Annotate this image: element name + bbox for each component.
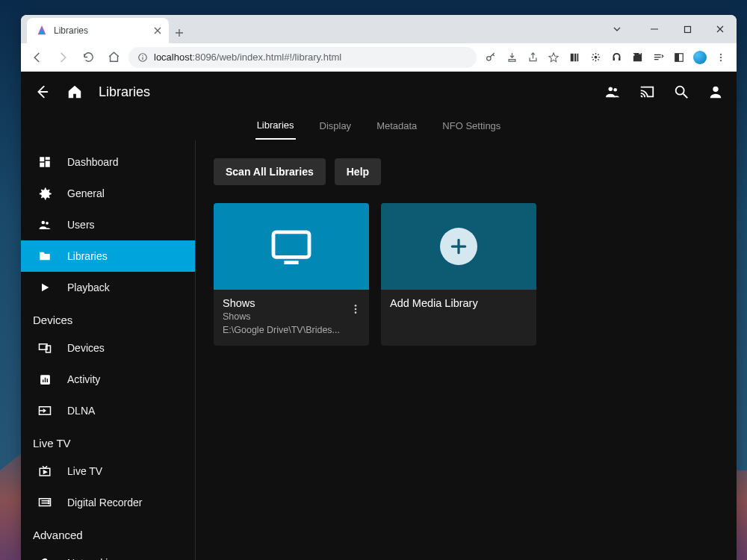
sidebar-item-users[interactable]: Users bbox=[21, 209, 195, 240]
sidebar-label: Libraries bbox=[67, 250, 108, 262]
library-title: Shows bbox=[223, 297, 360, 309]
share-icon[interactable] bbox=[526, 51, 539, 64]
extension-icon-3[interactable] bbox=[610, 51, 623, 64]
forward-button[interactable] bbox=[52, 47, 73, 68]
card-menu-icon[interactable] bbox=[350, 303, 362, 315]
svg-rect-28 bbox=[46, 379, 47, 382]
add-library-card[interactable]: Add Media Library bbox=[381, 203, 536, 346]
sidebar-header-livetv: Live TV bbox=[21, 426, 195, 455]
svg-point-36 bbox=[355, 308, 357, 311]
sidebar-item-livetv[interactable]: Live TV bbox=[21, 455, 195, 487]
svg-point-2 bbox=[142, 55, 143, 55]
close-window-button[interactable] bbox=[704, 18, 737, 40]
install-icon[interactable] bbox=[505, 51, 518, 64]
close-tab-icon[interactable] bbox=[154, 27, 161, 34]
user-menu-icon[interactable] bbox=[707, 83, 725, 101]
users-icon[interactable] bbox=[604, 83, 622, 101]
sidebar-label: Digital Recorder bbox=[67, 497, 142, 508]
sidebar-item-dvr[interactable]: Digital Recorder bbox=[21, 487, 195, 518]
address-bar[interactable]: localhost:8096/web/index.html#!/library.… bbox=[128, 47, 477, 68]
back-arrow-icon[interactable] bbox=[33, 83, 51, 101]
svg-point-35 bbox=[355, 305, 357, 307]
sidebar-label: Dashboard bbox=[67, 156, 119, 168]
sidebar-item-libraries[interactable]: Libraries bbox=[21, 240, 195, 272]
tab-nfo[interactable]: NFO Settings bbox=[441, 113, 502, 139]
tab-display[interactable]: Display bbox=[318, 113, 353, 139]
maximize-button[interactable] bbox=[671, 18, 704, 40]
svg-point-33 bbox=[49, 503, 50, 504]
sidebar-item-playback[interactable]: Playback bbox=[21, 272, 195, 303]
extension-icon-1[interactable] bbox=[568, 51, 581, 64]
home-button[interactable] bbox=[103, 47, 124, 68]
page-title: Libraries bbox=[99, 84, 150, 100]
bookmark-star-icon[interactable] bbox=[547, 51, 560, 64]
svg-rect-4 bbox=[571, 53, 574, 61]
dvr-icon bbox=[37, 495, 52, 510]
search-icon[interactable] bbox=[672, 83, 690, 101]
key-icon[interactable] bbox=[484, 51, 498, 64]
sidebar-item-general[interactable]: General bbox=[21, 178, 195, 209]
sidebar-item-dashboard[interactable]: Dashboard bbox=[21, 146, 195, 178]
help-button[interactable]: Help bbox=[335, 158, 381, 185]
add-library-title: Add Media Library bbox=[390, 297, 527, 309]
home-icon[interactable] bbox=[66, 83, 84, 101]
plus-circle-icon bbox=[440, 228, 477, 265]
app-body: Dashboard General Users Libraries Playba… bbox=[21, 140, 737, 560]
svg-point-14 bbox=[613, 88, 617, 92]
folder-icon bbox=[37, 249, 52, 264]
cloud-icon bbox=[37, 556, 52, 560]
svg-rect-18 bbox=[46, 157, 50, 160]
cast-icon[interactable] bbox=[638, 83, 656, 101]
action-buttons: Scan All Libraries Help bbox=[214, 158, 719, 185]
library-subtitle: Shows bbox=[223, 311, 360, 324]
profile-avatar[interactable] bbox=[693, 51, 707, 64]
library-card-body: Shows Shows E:\Google Drive\TV\Brides... bbox=[214, 290, 369, 346]
svg-point-12 bbox=[720, 59, 722, 60]
sidebar-item-devices[interactable]: Devices bbox=[21, 332, 195, 364]
tv-icon bbox=[269, 228, 314, 264]
site-info-icon[interactable] bbox=[137, 52, 148, 63]
extension-icon-4[interactable] bbox=[651, 51, 665, 64]
toolbar-actions bbox=[481, 51, 731, 64]
browser-window: Libraries bbox=[21, 15, 737, 560]
extensions-puzzle-icon[interactable] bbox=[630, 51, 644, 64]
sidebar-label: DLNA bbox=[67, 405, 95, 417]
dashboard-icon bbox=[37, 155, 52, 169]
sidebar-header-devices: Devices bbox=[21, 303, 195, 332]
svg-point-7 bbox=[594, 56, 597, 59]
tab-libraries[interactable]: Libraries bbox=[255, 112, 296, 140]
chevron-down-icon[interactable] bbox=[601, 18, 633, 40]
sidebar-item-activity[interactable]: Activity bbox=[21, 364, 195, 395]
extension-icon-5[interactable] bbox=[672, 51, 686, 64]
svg-point-10 bbox=[720, 53, 722, 55]
svg-point-16 bbox=[713, 87, 718, 92]
back-button[interactable] bbox=[27, 47, 48, 68]
people-icon bbox=[37, 217, 52, 232]
svg-rect-0 bbox=[684, 26, 690, 32]
svg-rect-20 bbox=[40, 163, 44, 167]
extension-icon-2[interactable] bbox=[589, 51, 602, 64]
url-host: localhost:8096/web/index.html#!/library.… bbox=[154, 52, 341, 63]
svg-point-3 bbox=[487, 56, 491, 60]
new-tab-button[interactable] bbox=[169, 22, 190, 43]
sidebar-label: General bbox=[67, 187, 105, 199]
sidebar-item-networking[interactable]: Networking bbox=[21, 547, 195, 560]
minimize-button[interactable] bbox=[638, 18, 671, 40]
sidebar-label: Users bbox=[67, 219, 95, 231]
svg-point-15 bbox=[676, 87, 684, 95]
sidebar-label: Live TV bbox=[67, 465, 102, 477]
reload-button[interactable] bbox=[78, 47, 99, 68]
chrome-menu-icon[interactable] bbox=[714, 51, 728, 64]
tab-metadata[interactable]: Metadata bbox=[375, 113, 418, 139]
app-header: Libraries bbox=[21, 72, 737, 112]
svg-point-11 bbox=[720, 56, 722, 57]
add-library-thumbnail bbox=[381, 203, 536, 290]
library-card-shows[interactable]: Shows Shows E:\Google Drive\TV\Brides... bbox=[214, 203, 369, 346]
main-content: Scan All Libraries Help Shows Shows E:\G… bbox=[196, 140, 737, 560]
scan-all-button[interactable]: Scan All Libraries bbox=[214, 158, 326, 185]
gear-icon bbox=[37, 186, 52, 201]
sidebar-item-dlna[interactable]: DLNA bbox=[21, 395, 195, 426]
browser-tab[interactable]: Libraries bbox=[27, 18, 169, 43]
app-root: Libraries Libraries Display Metadata bbox=[21, 72, 737, 560]
library-path: E:\Google Drive\TV\Brides... bbox=[223, 324, 360, 337]
